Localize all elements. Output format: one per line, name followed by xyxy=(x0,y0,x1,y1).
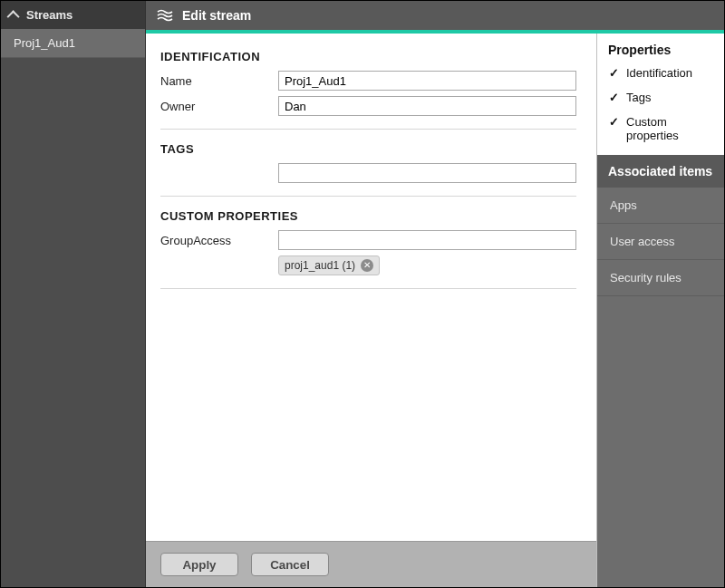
apply-button[interactable]: Apply xyxy=(160,553,238,576)
properties-item-label: Custom properties xyxy=(626,115,713,142)
chip[interactable]: proj1_aud1 (1) ✕ xyxy=(278,255,380,275)
stream-icon xyxy=(157,9,173,22)
divider xyxy=(160,196,576,197)
properties-item-custom-properties[interactable]: ✓ Custom properties xyxy=(608,115,713,142)
owner-input[interactable] xyxy=(278,96,576,116)
associated-item-user-access[interactable]: User access xyxy=(597,224,724,260)
properties-item-label: Identification xyxy=(626,66,692,80)
right-panel: Properties ✓ Identification ✓ Tags ✓ Cus… xyxy=(597,34,724,587)
tags-input[interactable] xyxy=(278,163,576,183)
form-scroll: IDENTIFICATION Name Owner TAGS xyxy=(146,34,596,541)
sidebar-header[interactable]: Streams xyxy=(1,1,145,29)
chip-label: proj1_aud1 (1) xyxy=(285,259,355,272)
check-icon: ✓ xyxy=(608,115,619,129)
associated-item-apps[interactable]: Apps xyxy=(597,188,724,224)
row-name: Name xyxy=(160,71,576,91)
divider xyxy=(160,288,576,289)
associated-item-label: User access xyxy=(610,235,675,248)
section-heading-tags: TAGS xyxy=(160,142,576,156)
button-bar: Apply Cancel xyxy=(146,541,596,587)
properties-panel: Properties ✓ Identification ✓ Tags ✓ Cus… xyxy=(597,34,724,155)
check-icon: ✓ xyxy=(608,66,619,80)
group-access-chips: proj1_aud1 (1) ✕ xyxy=(160,255,576,275)
main-column: Edit stream IDENTIFICATION Name Owner xyxy=(146,1,724,587)
group-access-label: GroupAccess xyxy=(160,234,278,247)
associated-item-security-rules[interactable]: Security rules xyxy=(597,260,724,296)
chip-spacer xyxy=(160,255,278,275)
app-root: Streams Proj1_Aud1 Edit stream xyxy=(1,1,724,587)
titlebar-title: Edit stream xyxy=(182,8,251,23)
properties-item-label: Tags xyxy=(626,91,651,104)
properties-item-tags[interactable]: ✓ Tags xyxy=(608,91,713,104)
row-tags xyxy=(160,163,576,183)
name-label: Name xyxy=(160,74,278,88)
associated-item-label: Security rules xyxy=(610,271,682,284)
section-heading-custom-properties: CUSTOM PROPERTIES xyxy=(160,209,576,223)
sidebar-item-stream[interactable]: Proj1_Aud1 xyxy=(1,29,145,58)
form-area: IDENTIFICATION Name Owner TAGS xyxy=(146,34,597,587)
close-icon[interactable]: ✕ xyxy=(361,259,373,272)
divider xyxy=(160,129,576,130)
check-icon: ✓ xyxy=(608,91,619,104)
section-heading-identification: IDENTIFICATION xyxy=(160,50,576,63)
properties-heading: Properties xyxy=(608,43,713,57)
chevron-up-icon xyxy=(7,10,20,23)
owner-label: Owner xyxy=(160,100,278,113)
sidebar-item-label: Proj1_Aud1 xyxy=(14,36,75,50)
work-area: IDENTIFICATION Name Owner TAGS xyxy=(146,34,724,587)
row-group-access: GroupAccess xyxy=(160,230,576,250)
cancel-button[interactable]: Cancel xyxy=(251,553,329,576)
name-input[interactable] xyxy=(278,71,576,91)
associated-heading: Associated items xyxy=(597,155,724,188)
associated-item-label: Apps xyxy=(610,198,637,212)
sidebar-header-label: Streams xyxy=(26,8,72,22)
group-access-input[interactable] xyxy=(278,230,576,250)
row-owner: Owner xyxy=(160,96,576,116)
titlebar: Edit stream xyxy=(146,1,724,30)
associated-panel: Apps User access Security rules xyxy=(597,188,724,587)
left-sidebar: Streams Proj1_Aud1 xyxy=(1,1,146,587)
properties-item-identification[interactable]: ✓ Identification xyxy=(608,66,713,80)
